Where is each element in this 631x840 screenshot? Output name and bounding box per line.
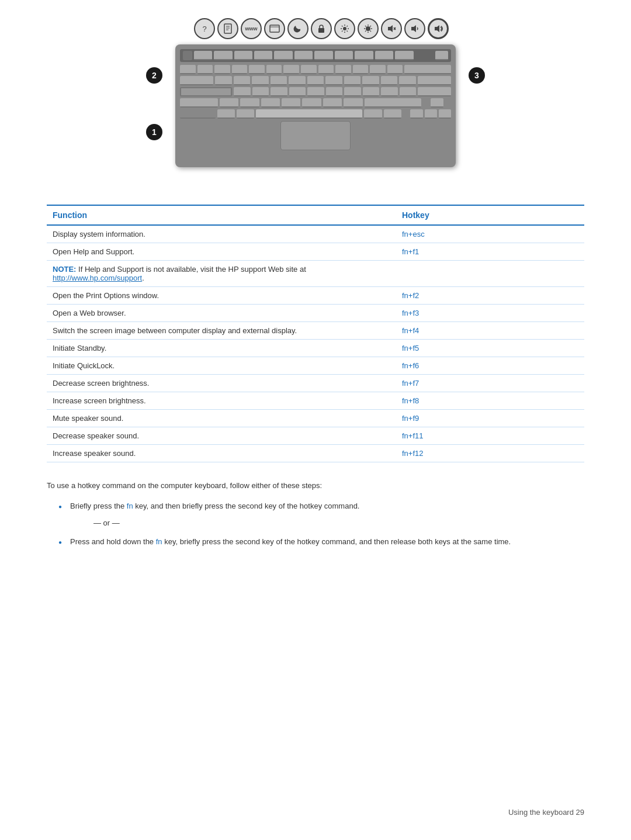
key — [301, 65, 317, 74]
key — [323, 98, 342, 108]
key — [261, 98, 280, 108]
key — [375, 51, 393, 60]
function-cell: Increase speaker sound. — [47, 445, 396, 462]
moon-icon — [287, 18, 308, 39]
function-cell: Open a Web browser. — [47, 305, 396, 322]
lock-icon — [311, 18, 332, 39]
help-icon: ? — [194, 18, 215, 39]
key — [344, 98, 362, 108]
key — [344, 87, 360, 96]
fn-inline-2: fn — [156, 537, 162, 546]
table-row: Mute speaker sound.fn+f9 — [47, 410, 584, 427]
bullet1-suffix: key, and then briefly press the second k… — [133, 502, 360, 510]
key — [249, 65, 265, 74]
fn-key — [180, 109, 216, 119]
table-row: Initiate QuickLock.fn+f6 — [47, 357, 584, 375]
key — [335, 51, 353, 60]
qwerty-row — [180, 76, 451, 85]
ctrl-key — [217, 109, 235, 119]
key — [252, 87, 269, 96]
enter-key — [418, 76, 451, 85]
function-key-row — [180, 49, 451, 62]
key — [302, 98, 321, 108]
table-row: Open the Print Options window.fn+f2 — [47, 287, 584, 305]
svg-line-21 — [365, 26, 366, 27]
key — [234, 87, 250, 96]
key — [282, 98, 300, 108]
lshift-key — [180, 98, 218, 108]
key — [395, 51, 413, 60]
note-label: NOTE: — [53, 265, 76, 274]
table-header-row: Function Hotkey — [47, 205, 584, 225]
svg-line-22 — [370, 31, 372, 32]
intro-text: To use a hotkey command on the computer … — [47, 480, 584, 492]
svg-line-23 — [370, 26, 372, 27]
key — [283, 65, 299, 74]
key — [307, 76, 324, 85]
number-row — [180, 65, 451, 74]
key — [214, 51, 232, 60]
svg-marker-29 — [435, 25, 439, 32]
key — [271, 76, 287, 85]
bullet-1: Briefly press the fn key, and then brief… — [58, 500, 584, 530]
function-col-header: Function — [47, 205, 396, 225]
backspace-key — [404, 65, 451, 74]
svg-marker-25 — [388, 25, 393, 32]
bottom-row — [180, 109, 451, 119]
instructions-list: Briefly press the fn key, and then brief… — [47, 500, 584, 548]
key — [387, 65, 403, 74]
svg-rect-4 — [270, 25, 279, 32]
volume-down-icon — [404, 18, 425, 39]
key — [399, 76, 416, 85]
hotkey-cell: fn+f1 — [396, 243, 584, 261]
key — [307, 87, 324, 96]
key — [274, 51, 292, 60]
key — [197, 65, 213, 74]
www-icon: www — [241, 18, 262, 39]
function-cell: Increase screen brightness. — [47, 392, 396, 410]
key — [232, 65, 248, 74]
key — [254, 51, 272, 60]
function-cell: Decrease speaker sound. — [47, 427, 396, 445]
key — [220, 98, 238, 108]
table-row: Display system information.fn+esc — [47, 225, 584, 243]
key — [266, 65, 282, 74]
key — [289, 87, 306, 96]
tab-key — [180, 76, 213, 85]
svg-point-7 — [343, 27, 346, 30]
table-row: Increase speaker sound.fn+f12 — [47, 445, 584, 462]
key — [318, 65, 334, 74]
keyboard-body — [175, 44, 456, 167]
hotkey-cell: fn+f8 — [396, 392, 584, 410]
caps-key — [180, 87, 232, 96]
page-footer: Using the keyboard 29 — [508, 808, 584, 817]
hotkey-cell — [396, 261, 584, 287]
hotkey-cell: fn+esc — [396, 225, 584, 243]
key — [294, 51, 313, 60]
key — [381, 87, 397, 96]
hotkey-cell: fn+f3 — [396, 305, 584, 322]
function-cell: Initiate QuickLock. — [47, 357, 396, 375]
brightness-down-icon — [334, 18, 355, 39]
svg-line-15 — [342, 31, 343, 32]
svg-rect-0 — [224, 24, 231, 33]
bullet1-prefix: Briefly press the — [70, 502, 127, 510]
key — [214, 65, 230, 74]
right-arrow — [439, 109, 451, 119]
callout-3: 3 — [469, 67, 485, 84]
brightness-up-icon — [358, 18, 379, 39]
hotkey-cell: fn+f7 — [396, 375, 584, 392]
svg-line-13 — [347, 31, 348, 32]
hotkey-cell: fn+f12 — [396, 445, 584, 462]
note-link[interactable]: http://www.hp.com/support — [53, 274, 142, 282]
key — [314, 51, 332, 60]
key — [326, 87, 342, 96]
hotkey-cell: fn+f9 — [396, 410, 584, 427]
hotkey-table: Function Hotkey Display system informati… — [47, 205, 584, 462]
svg-line-14 — [347, 26, 348, 27]
fn-icons-row: ? www — [175, 18, 467, 40]
key — [381, 76, 398, 85]
key — [234, 76, 251, 85]
function-cell: Display system information. — [47, 225, 396, 243]
function-cell: Decrease screen brightness. — [47, 375, 396, 392]
